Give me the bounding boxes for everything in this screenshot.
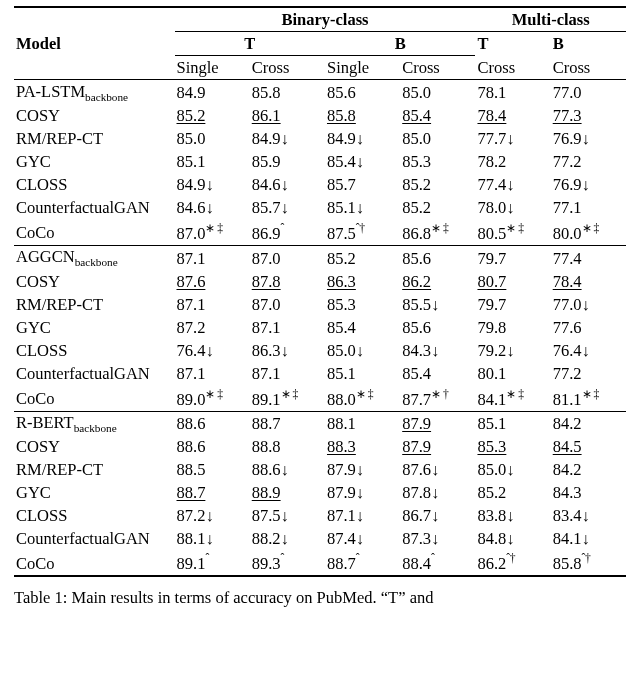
cell: 87.8 bbox=[250, 270, 325, 293]
cell: 88.1 bbox=[325, 411, 400, 436]
cell: 89.1∗ ‡ bbox=[250, 385, 325, 411]
underline-value: 85.8 bbox=[327, 106, 356, 125]
cell: 85.8ˆ† bbox=[551, 551, 626, 577]
cell: 87.1 bbox=[175, 293, 250, 316]
cell: 87.9↓ bbox=[325, 482, 400, 505]
cell: 86.3 bbox=[325, 270, 400, 293]
cell: 87.1 bbox=[250, 362, 325, 385]
cell: 85.2 bbox=[325, 245, 400, 270]
underline-value: 87.9 bbox=[402, 437, 431, 456]
cell: 76.4↓ bbox=[551, 339, 626, 362]
cell: 84.9↓ bbox=[175, 173, 250, 196]
cell: 85.0 bbox=[400, 127, 475, 150]
model-name: COSY bbox=[14, 436, 175, 459]
model-name: COSY bbox=[14, 270, 175, 293]
model-text: AGGCN bbox=[16, 247, 75, 266]
cell: 77.0 bbox=[551, 80, 626, 105]
header-cross: Cross bbox=[475, 56, 550, 80]
model-name: R-BERTbackbone bbox=[14, 411, 175, 436]
cell: 85.2 bbox=[400, 196, 475, 219]
cell: 76.9↓ bbox=[551, 173, 626, 196]
underline-value: 88.7 bbox=[177, 483, 206, 502]
header-multi-t: T bbox=[475, 32, 550, 56]
stat-mark: ˆ bbox=[281, 222, 284, 234]
cell: 85.6 bbox=[325, 80, 400, 105]
stat-mark: ˆ† bbox=[506, 552, 515, 564]
model-name: AGGCNbackbone bbox=[14, 245, 175, 270]
cell: 79.8 bbox=[475, 316, 550, 339]
table-row: GYC 87.2 87.1 85.4 85.6 79.8 77.6 bbox=[14, 316, 626, 339]
model-name: PA-LSTMbackbone bbox=[14, 80, 175, 105]
cell: 87.1 bbox=[175, 362, 250, 385]
table-row-coco: CoCo 89.0∗ ‡ 89.1∗ ‡ 88.0∗ ‡ 87.7∗ † 84.… bbox=[14, 385, 626, 411]
model-name: GYC bbox=[14, 316, 175, 339]
cell: 87.0∗ ‡ bbox=[175, 219, 250, 245]
cell: 87.0 bbox=[250, 245, 325, 270]
cell: 84.9↓ bbox=[325, 127, 400, 150]
cell: 81.1∗ ‡ bbox=[551, 385, 626, 411]
table-row: GYC 88.7 88.9 87.9↓ 87.8↓ 85.2 84.3 bbox=[14, 482, 626, 505]
underline-value: 88.3 bbox=[327, 437, 356, 456]
cell: 87.5ˆ† bbox=[325, 219, 400, 245]
cell: 84.3 bbox=[551, 482, 626, 505]
backbone-sub: backbone bbox=[85, 91, 128, 103]
table-row: COSY 88.6 88.8 88.3 87.9 85.3 84.5 bbox=[14, 436, 626, 459]
cell: 85.5↓ bbox=[400, 293, 475, 316]
cell: 85.3 bbox=[475, 436, 550, 459]
underline-value: 78.4 bbox=[553, 272, 582, 291]
table-row: RM/REP-CT 87.1 87.0 85.3 85.5↓ 79.7 77.0… bbox=[14, 293, 626, 316]
cell: 79.7 bbox=[475, 245, 550, 270]
table-row: CLOSS 87.2↓ 87.5↓ 87.1↓ 86.7↓ 83.8↓ 83.4… bbox=[14, 505, 626, 528]
cell: 85.0↓ bbox=[475, 459, 550, 482]
cell: 84.6↓ bbox=[250, 173, 325, 196]
cell: 85.2 bbox=[175, 104, 250, 127]
cell: 85.0↓ bbox=[325, 339, 400, 362]
bold-value: 89.1 bbox=[177, 554, 206, 573]
cell: 88.8 bbox=[250, 436, 325, 459]
cell: 87.1 bbox=[175, 245, 250, 270]
model-name: CLOSS bbox=[14, 339, 175, 362]
cell: 87.1↓ bbox=[325, 505, 400, 528]
cell: 88.6 bbox=[175, 411, 250, 436]
header-binary-b: B bbox=[325, 32, 476, 56]
table-caption: Table 1: Main results in terms of accura… bbox=[14, 587, 626, 608]
cell: 87.8↓ bbox=[400, 482, 475, 505]
group-aggcn: AGGCNbackbone 87.1 87.0 85.2 85.6 79.7 7… bbox=[14, 245, 626, 411]
cell: 87.6 bbox=[175, 270, 250, 293]
cell: 86.2 bbox=[400, 270, 475, 293]
cell: 85.8 bbox=[250, 80, 325, 105]
cell: 84.2 bbox=[551, 459, 626, 482]
cell: 89.0∗ ‡ bbox=[175, 385, 250, 411]
cell: 86.2ˆ† bbox=[475, 551, 550, 577]
table-row: R-BERTbackbone 88.6 88.7 88.1 87.9 85.1 … bbox=[14, 411, 626, 436]
cell: 85.1 bbox=[325, 362, 400, 385]
model-name: CounterfactualGAN bbox=[14, 196, 175, 219]
header-cross: Cross bbox=[250, 56, 325, 80]
model-name: RM/REP-CT bbox=[14, 459, 175, 482]
underline-value: 78.4 bbox=[477, 106, 506, 125]
stat-mark: ˆ bbox=[431, 552, 434, 564]
header-binary-t: T bbox=[175, 32, 325, 56]
header-cross: Cross bbox=[400, 56, 475, 80]
cell: 85.6 bbox=[400, 316, 475, 339]
cell: 84.1∗ ‡ bbox=[475, 385, 550, 411]
cell: 83.8↓ bbox=[475, 505, 550, 528]
underline-value: 87.6 bbox=[177, 272, 206, 291]
bold-value: 87.0 bbox=[177, 223, 206, 242]
cell: 84.1↓ bbox=[551, 528, 626, 551]
bold-value: 87.5 bbox=[327, 223, 356, 242]
underline-value: 85.3 bbox=[477, 437, 506, 456]
table-row: CLOSS 84.9↓ 84.6↓ 85.7 85.2 77.4↓ 76.9↓ bbox=[14, 173, 626, 196]
cell: 87.1 bbox=[250, 316, 325, 339]
cell: 89.3ˆ bbox=[250, 551, 325, 577]
bold-value: 86.9 bbox=[252, 223, 281, 242]
cell: 85.4 bbox=[325, 316, 400, 339]
cell: 77.7↓ bbox=[475, 127, 550, 150]
cell: 85.2 bbox=[475, 482, 550, 505]
cell: 88.3 bbox=[325, 436, 400, 459]
cell: 88.5 bbox=[175, 459, 250, 482]
cell: 85.4 bbox=[400, 362, 475, 385]
group-palstm: PA-LSTMbackbone 84.9 85.8 85.6 85.0 78.1… bbox=[14, 80, 626, 246]
cell: 87.4↓ bbox=[325, 528, 400, 551]
bold-value: 89.3 bbox=[252, 554, 281, 573]
